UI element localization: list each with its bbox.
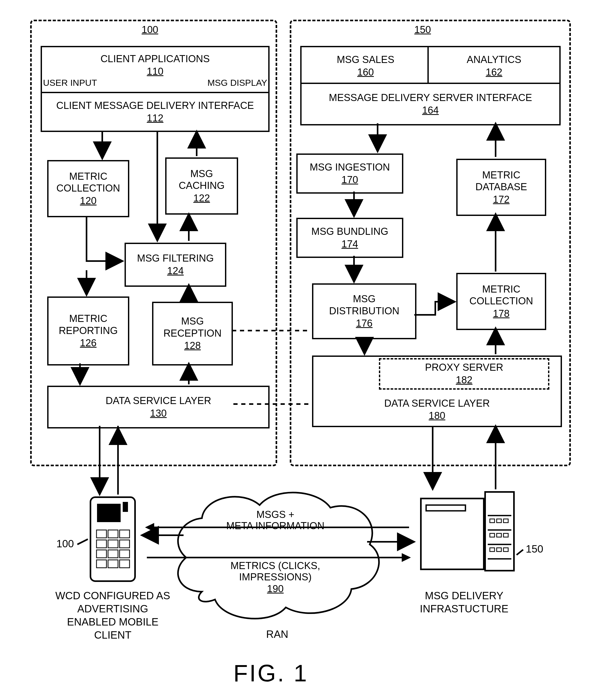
msg-distribution-box: MSG DISTRIBUTION 176: [312, 283, 416, 339]
wcd-num-label: 100: [57, 538, 74, 550]
svg-rect-28: [490, 548, 495, 551]
svg-rect-24: [503, 519, 508, 523]
client-container-num: 100: [141, 24, 158, 35]
svg-rect-23: [497, 519, 501, 523]
server-label: MSG DELIVERY INFRASTUCTURE: [406, 589, 522, 615]
server-device-icon: [419, 491, 516, 575]
analytics-box: ANALYTICS 162: [427, 46, 561, 86]
svg-rect-10: [108, 550, 118, 558]
svg-rect-27: [503, 533, 508, 537]
cloud-msgs-line2: META INFORMATION: [163, 520, 388, 532]
server-container-num: 150: [414, 24, 431, 35]
data-service-layer-server-box: PROXY SERVER 182 DATA SERVICE LAYER 180: [312, 355, 562, 427]
svg-rect-4: [108, 530, 118, 538]
metric-collection-client-box: METRIC COLLECTION 120: [47, 160, 129, 217]
cloud-num: 190: [267, 583, 284, 595]
message-delivery-server-interface-box: MESSAGE DELIVERY SERVER INTERFACE 164: [300, 83, 561, 125]
client-message-delivery-interface-box: CLIENT MESSAGE DELIVERY INTERFACE 112: [41, 92, 270, 132]
svg-rect-6: [97, 540, 106, 548]
svg-line-58: [516, 550, 523, 555]
svg-rect-22: [490, 519, 495, 523]
svg-rect-26: [497, 533, 501, 537]
svg-rect-30: [503, 548, 508, 551]
wcd-device-icon: [89, 496, 136, 583]
svg-rect-25: [490, 533, 495, 537]
svg-rect-12: [97, 560, 106, 568]
msg-caching-box: MSG CACHING 122: [165, 157, 238, 214]
svg-marker-62: [402, 554, 409, 561]
server-num-label: 150: [526, 543, 543, 555]
msg-display-label: MSG DISPLAY: [207, 77, 267, 88]
svg-rect-2: [123, 502, 128, 512]
svg-rect-3: [97, 530, 106, 538]
msg-reception-box: MSG RECEPTION 128: [152, 302, 233, 365]
svg-rect-29: [497, 548, 501, 551]
user-input-label: USER INPUT: [43, 77, 97, 88]
svg-rect-8: [120, 540, 129, 548]
svg-rect-14: [120, 560, 129, 568]
msg-filtering-box: MSG FILTERING 124: [124, 243, 226, 287]
svg-rect-13: [108, 560, 118, 568]
svg-line-57: [77, 539, 88, 544]
svg-rect-11: [120, 550, 129, 558]
svg-rect-1: [97, 504, 121, 522]
metric-database-box: METRIC DATABASE 172: [456, 159, 546, 216]
svg-marker-60: [147, 524, 154, 530]
proxy-server-box: PROXY SERVER 182: [379, 358, 549, 389]
figure-title: FIG. 1: [233, 660, 308, 687]
metric-collection-server-box: METRIC COLLECTION 178: [456, 273, 546, 330]
cloud-metrics-line2: IMPRESSIONS): [163, 572, 388, 583]
svg-rect-7: [108, 540, 118, 548]
metric-reporting-box: METRIC REPORTING 126: [47, 296, 129, 365]
msg-bundling-box: MSG BUNDLING 174: [296, 218, 403, 258]
msg-ingestion-box: MSG INGESTION 170: [296, 154, 403, 194]
svg-rect-5: [120, 530, 129, 538]
msg-sales-box: MSG SALES 160: [300, 46, 431, 86]
ran-cloud: MSGS + META INFORMATION METRICS (CLICKS,…: [163, 479, 388, 626]
diagram-canvas: 100 150 CLIENT APPLICATIONS 110 USER INP…: [5, 5, 590, 700]
cloud-msgs-line1: MSGS +: [163, 509, 388, 520]
wcd-label: WCD CONFIGURED AS ADVERTISING ENABLED MO…: [55, 589, 171, 641]
client-applications-box: CLIENT APPLICATIONS 110 USER INPUT MSG D…: [41, 46, 270, 95]
data-service-layer-client-box: DATA SERVICE LAYER 130: [47, 386, 270, 428]
cloud-metrics-line1: METRICS (CLICKS,: [163, 560, 388, 572]
svg-rect-17: [426, 505, 466, 511]
svg-rect-9: [97, 550, 106, 558]
ran-label: RAN: [266, 628, 288, 640]
